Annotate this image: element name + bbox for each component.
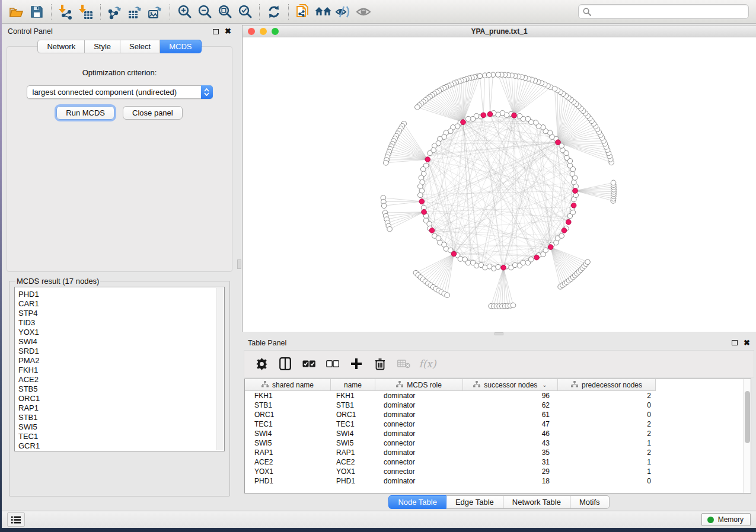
search-input[interactable] xyxy=(594,8,744,16)
zoom-in-icon[interactable] xyxy=(174,2,194,21)
mcds-result-list[interactable]: PHD1CAR1STP4TID3YOX1SWI4SRD1PMA2FKH1ACE2… xyxy=(14,287,225,451)
mcds-hub-node[interactable] xyxy=(501,265,506,270)
mcds-hub-node[interactable] xyxy=(422,210,427,215)
mcds-node-item[interactable]: RAP1 xyxy=(18,403,224,413)
zoom-fit-icon[interactable] xyxy=(215,2,235,21)
float-panel-icon[interactable] xyxy=(732,340,738,345)
ring-node[interactable] xyxy=(570,210,576,215)
delete-column-trash-icon[interactable] xyxy=(371,355,389,373)
ring-node[interactable] xyxy=(512,262,518,268)
ring-node[interactable] xyxy=(533,120,538,126)
leaf-node[interactable] xyxy=(552,86,557,91)
table-row[interactable]: YOX1YOX1connector291 xyxy=(245,467,751,476)
table-row[interactable]: SWI5SWI5connector431 xyxy=(245,438,751,448)
tab-node-table[interactable]: Node Table xyxy=(388,495,446,509)
table-row[interactable]: SWI4SWI4dominator462 xyxy=(245,429,751,438)
table-row[interactable]: ACE2ACE2connector311 xyxy=(245,457,751,467)
table-row[interactable]: STB1STB1dominator620 xyxy=(245,400,751,410)
mcds-hub-node[interactable] xyxy=(562,228,567,233)
table-scrollbar[interactable] xyxy=(743,379,751,493)
hide-selected-icon[interactable] xyxy=(333,2,353,21)
ring-node[interactable] xyxy=(570,171,575,177)
mcds-node-item[interactable]: SWI5 xyxy=(18,422,224,432)
mcds-node-item[interactable]: PMA2 xyxy=(18,356,224,366)
mcds-node-item[interactable]: CAR1 xyxy=(18,299,224,309)
ring-node[interactable] xyxy=(428,150,433,156)
scrollbar-thumb[interactable] xyxy=(745,391,750,443)
refresh-icon[interactable] xyxy=(264,2,284,21)
node-table[interactable]: shared namenameMCDS rolesuccessor nodes⌄… xyxy=(244,379,751,493)
close-panel-button[interactable]: Close panel xyxy=(123,106,183,120)
import-network-icon[interactable] xyxy=(56,2,76,21)
export-image-icon[interactable] xyxy=(145,2,165,21)
zoom-out-icon[interactable] xyxy=(194,2,215,21)
mcds-hub-node[interactable] xyxy=(512,113,517,118)
network-view-canvas[interactable] xyxy=(242,37,756,332)
new-network-from-selection-icon[interactable] xyxy=(293,2,313,21)
mcds-hub-node[interactable] xyxy=(461,120,466,125)
mcds-node-item[interactable]: SRD1 xyxy=(18,347,224,356)
select-all-icon[interactable] xyxy=(300,355,318,373)
task-history-button[interactable] xyxy=(7,512,25,527)
column-settings-gear-icon[interactable] xyxy=(253,355,270,373)
memory-button[interactable]: Memory xyxy=(701,513,751,526)
ring-node[interactable] xyxy=(517,113,522,118)
save-session-icon[interactable] xyxy=(27,2,47,21)
leaf-node[interactable] xyxy=(415,105,420,110)
vertical-splitter[interactable] xyxy=(237,24,242,511)
leaf-node[interactable] xyxy=(511,303,516,308)
mcds-hub-node[interactable] xyxy=(425,157,430,162)
column-header-mcds-role[interactable]: MCDS role xyxy=(375,379,463,391)
show-column-panel-icon[interactable] xyxy=(276,355,294,373)
mcds-hub-node[interactable] xyxy=(556,140,561,145)
mcds-hub-node[interactable] xyxy=(487,111,493,117)
leaf-node[interactable] xyxy=(381,203,387,209)
tab-network-table[interactable]: Network Table xyxy=(503,495,570,509)
ring-node[interactable] xyxy=(465,116,471,121)
ring-node[interactable] xyxy=(420,166,426,172)
table-row[interactable]: PHD1PHD1dominator180 xyxy=(245,476,751,486)
ring-node[interactable] xyxy=(564,155,570,161)
leaf-node[interactable] xyxy=(445,293,450,298)
mcds-hub-node[interactable] xyxy=(548,245,553,250)
ring-node[interactable] xyxy=(567,163,573,168)
mcds-hub-node[interactable] xyxy=(419,199,425,204)
mcds-node-item[interactable]: STB1 xyxy=(18,413,224,422)
create-column-icon[interactable] xyxy=(347,355,365,373)
open-session-icon[interactable] xyxy=(7,2,27,21)
mcds-hub-node[interactable] xyxy=(573,188,578,194)
export-network-icon[interactable] xyxy=(105,2,125,21)
column-header-name[interactable]: name xyxy=(331,379,375,391)
leaf-node[interactable] xyxy=(611,180,616,185)
ring-node[interactable] xyxy=(458,257,463,262)
mcds-hub-node[interactable] xyxy=(534,255,540,260)
leaf-node[interactable] xyxy=(383,161,388,166)
tab-network[interactable]: Network xyxy=(37,40,85,53)
optimization-criterion-select[interactable]: largest connected component (undirected) xyxy=(27,85,213,99)
leaf-node[interactable] xyxy=(477,73,483,79)
tab-mcds[interactable]: MCDS xyxy=(160,40,201,53)
table-row[interactable]: RAP1RAP1dominator352 xyxy=(245,448,751,457)
mcds-node-item[interactable]: YOX1 xyxy=(18,328,224,337)
deselect-all-icon[interactable] xyxy=(324,355,342,373)
tab-style[interactable]: Style xyxy=(85,40,120,53)
ring-node[interactable] xyxy=(427,221,432,226)
leaf-node[interactable] xyxy=(496,72,501,78)
mcds-node-item[interactable]: TID3 xyxy=(18,318,224,328)
splitter-handle[interactable] xyxy=(237,259,241,269)
mcds-node-item[interactable]: GCR1 xyxy=(18,441,224,451)
import-table-icon[interactable] xyxy=(76,2,96,21)
ring-node[interactable] xyxy=(474,263,479,268)
toolbar-search-box[interactable] xyxy=(578,4,749,19)
ring-node[interactable] xyxy=(543,248,548,253)
run-mcds-button[interactable]: Run MCDS xyxy=(56,106,114,120)
mcds-hub-node[interactable] xyxy=(571,203,576,209)
splitter-handle[interactable] xyxy=(495,332,503,335)
mcds-node-item[interactable]: FKH1 xyxy=(18,366,224,375)
leaf-node[interactable] xyxy=(387,226,393,232)
mcds-hub-node[interactable] xyxy=(451,251,457,257)
mcds-node-item[interactable]: ACE2 xyxy=(18,375,224,384)
ring-node[interactable] xyxy=(559,233,564,239)
tab-edge-table[interactable]: Edge Table xyxy=(446,495,503,509)
mcds-hub-node[interactable] xyxy=(429,228,435,233)
